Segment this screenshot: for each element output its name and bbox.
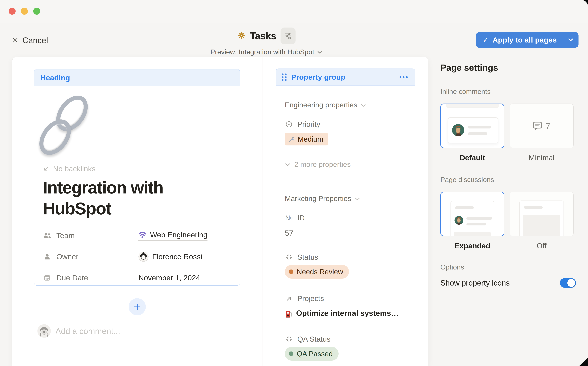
- project-page-title: Optimize internal systems…: [296, 309, 399, 319]
- property-group-card[interactable]: Property group ••• Engineering propertie…: [276, 69, 415, 366]
- page-settings-sidebar: Page settings Inline comments: [440, 57, 576, 288]
- property-row-qa-status[interactable]: QA Status: [285, 335, 406, 343]
- options-label: Options: [440, 263, 576, 271]
- placeholder-line: [466, 217, 492, 220]
- section-title-text: Engineering properties: [285, 101, 357, 109]
- property-label: Owner: [56, 252, 78, 261]
- chain-links-page-icon[interactable]: [43, 94, 101, 156]
- person-icon: [43, 253, 51, 260]
- heading-block-header: Heading: [34, 69, 240, 86]
- arrow-down-left-icon: [43, 166, 49, 172]
- avatar: [138, 252, 149, 262]
- property-label: Team: [56, 231, 75, 240]
- page-discussions-option-off[interactable]: [510, 192, 574, 236]
- more-properties-label: 2 more properties: [294, 160, 351, 168]
- heading-block-card[interactable]: Heading No backlinks Integration with Hu…: [34, 69, 240, 286]
- due-date-value: November 1, 2024: [138, 274, 200, 282]
- project-page-link[interactable]: Optimize internal systems…: [285, 309, 406, 319]
- apply-to-all-pages-button[interactable]: ✓ Apply to all pages: [476, 32, 579, 48]
- cancel-button[interactable]: Cancel: [12, 36, 48, 45]
- option-caption-default: Default: [440, 153, 504, 162]
- document-title: Tasks: [250, 30, 276, 42]
- apply-dropdown-button[interactable]: [563, 38, 579, 42]
- comment-bubble-icon: [533, 122, 542, 130]
- comment-input-placeholder[interactable]: Add a comment...: [55, 326, 120, 336]
- property-row-owner[interactable]: Owner: [43, 250, 231, 264]
- status-spinner-icon: [285, 254, 293, 261]
- settings-title: Page settings: [440, 62, 576, 73]
- chevron-down-icon: [285, 163, 290, 167]
- mini-page-mock: [450, 201, 494, 236]
- add-block-button[interactable]: +: [129, 298, 146, 315]
- status-spinner-icon: [285, 336, 293, 343]
- app-window: Cancel ☸ Tasks Preview: Integrati: [0, 0, 588, 366]
- priority-tag-text: Medium: [298, 135, 323, 143]
- priority-tag[interactable]: Medium: [285, 133, 328, 145]
- section-marketing-properties[interactable]: Marketing Properties: [285, 194, 406, 203]
- priority-select-icon: [285, 121, 293, 128]
- section-engineering-properties[interactable]: Engineering properties: [285, 101, 406, 109]
- property-label: Priority: [297, 120, 320, 129]
- property-label: Due Date: [56, 274, 88, 282]
- more-properties-toggle[interactable]: 2 more properties: [285, 160, 406, 168]
- chevron-down-icon: [317, 51, 322, 54]
- more-menu-icon[interactable]: •••: [399, 73, 409, 81]
- status-pill-text: Needs Review: [297, 267, 343, 276]
- chevron-down-icon: [355, 198, 360, 201]
- customize-layout-button[interactable]: [281, 28, 296, 44]
- property-label: QA Status: [297, 335, 330, 343]
- add-comment-row[interactable]: Add a comment...: [37, 324, 120, 338]
- owner-chip[interactable]: Florence Rossi: [138, 252, 202, 262]
- current-user-avatar: [37, 324, 51, 338]
- backlinks-row[interactable]: No backlinks: [43, 164, 231, 173]
- placeholder-block: [454, 232, 491, 236]
- document-header: ☸ Tasks Preview: Integration with HubSpo…: [190, 28, 343, 56]
- numero-icon: №: [285, 214, 293, 222]
- close-window-button[interactable]: [8, 8, 16, 15]
- titlebar: [0, 0, 588, 23]
- qa-status-pill[interactable]: QA Passed: [285, 347, 338, 361]
- property-row-due-date[interactable]: Due Date November 1, 2024: [43, 271, 231, 285]
- page-discussions-label: Page discussions: [440, 176, 576, 184]
- zoom-window-button[interactable]: [33, 8, 40, 15]
- show-property-icons-label: Show property icons: [440, 279, 510, 287]
- team-link[interactable]: Web Engineering: [138, 230, 207, 241]
- avatar: [455, 216, 463, 225]
- team-value: Web Engineering: [150, 230, 207, 239]
- property-row-team[interactable]: Team Web Engineering: [43, 229, 231, 243]
- app-header: Cancel ☸ Tasks Preview: Integrati: [0, 23, 588, 57]
- cancel-label: Cancel: [22, 36, 48, 45]
- fuel-pump-icon: [285, 310, 292, 318]
- page-discussions-option-expanded[interactable]: [440, 192, 504, 236]
- inline-comments-option-default[interactable]: [440, 104, 504, 148]
- inline-comments-label: Inline comments: [440, 88, 576, 96]
- inline-comments-option-minimal[interactable]: 7: [510, 104, 574, 148]
- heading-block-label: Heading: [40, 73, 70, 82]
- show-property-icons-toggle[interactable]: [560, 278, 576, 288]
- property-label: Status: [297, 253, 318, 261]
- id-value[interactable]: 57: [285, 229, 406, 238]
- toggle-knob: [567, 279, 575, 287]
- backlinks-label: No backlinks: [53, 164, 95, 173]
- page-preview-panel: Heading No backlinks Integration with Hu…: [12, 57, 428, 366]
- drag-handle-icon[interactable]: [282, 73, 287, 81]
- people-icon: [43, 232, 51, 239]
- minimize-window-button[interactable]: [21, 8, 28, 15]
- mini-comment-card: [448, 117, 498, 143]
- option-caption-minimal: Minimal: [510, 153, 574, 162]
- option-caption-off: Off: [510, 242, 574, 250]
- apply-label: Apply to all pages: [493, 36, 557, 44]
- property-row-status[interactable]: Status: [285, 253, 406, 261]
- property-row-projects[interactable]: Projects: [285, 294, 406, 303]
- property-row-id[interactable]: № ID: [285, 214, 406, 222]
- placeholder-block: [523, 215, 560, 236]
- page-title-text[interactable]: Integration with HubSpot: [43, 177, 228, 219]
- preview-page-selector[interactable]: Preview: Integration with HubSpot: [190, 48, 343, 56]
- property-row-priority[interactable]: Priority: [285, 120, 406, 129]
- status-pill[interactable]: Needs Review: [285, 265, 349, 279]
- status-dot: [289, 269, 293, 274]
- due-date-value-wrap[interactable]: November 1, 2024: [138, 274, 200, 282]
- sliders-icon: [284, 32, 292, 40]
- calendar-icon: [43, 274, 51, 281]
- helm-icon: ☸: [237, 31, 246, 40]
